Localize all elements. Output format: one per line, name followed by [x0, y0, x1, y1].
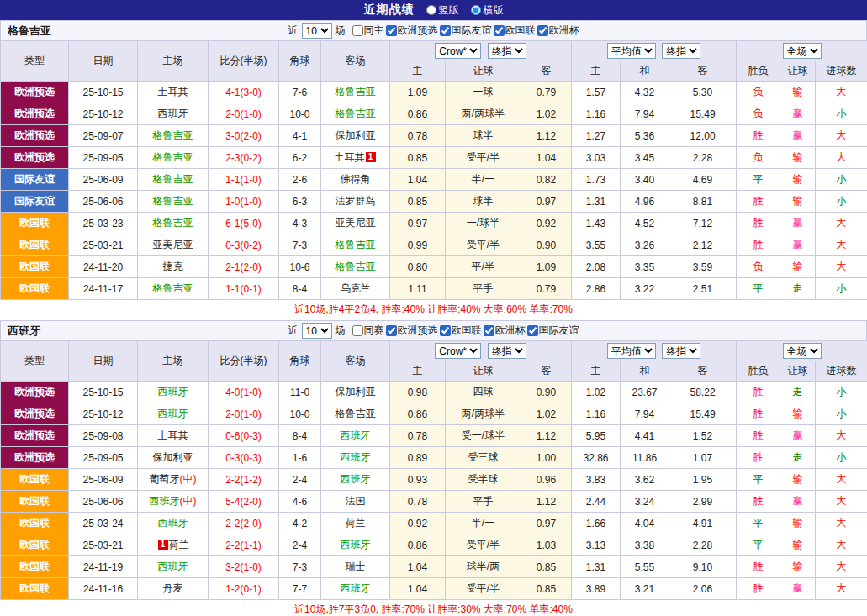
filter-item[interactable]: 国际友谊 — [527, 324, 579, 338]
cell-avg-home: 3.03 — [572, 147, 621, 169]
team-name: 土耳其 — [335, 151, 365, 163]
cell-away-team: 土耳其1 — [321, 147, 390, 169]
cell-date: 25-06-06 — [69, 491, 138, 513]
filter-item[interactable]: 欧洲预选 — [386, 324, 438, 338]
cell-result: 胜 — [737, 191, 780, 213]
cell-handicap-result: 走 — [780, 382, 816, 403]
cell-odds-away: 0.82 — [521, 169, 572, 191]
scope-select[interactable]: 全场 — [783, 43, 822, 59]
cell-odds-home: 1.11 — [390, 278, 446, 300]
team-name: 佛得角 — [341, 173, 371, 185]
avg-time-select[interactable]: 终指 — [662, 343, 700, 359]
vertical-layout-radio[interactable] — [426, 5, 436, 15]
cell-match-type: 欧国联 — [1, 556, 69, 578]
rank-badge: 1 — [366, 152, 376, 162]
filter-item[interactable]: 欧洲杯 — [484, 324, 526, 338]
bookmaker-select[interactable]: Crow* — [435, 43, 481, 59]
team-name: 格鲁吉亚 — [153, 173, 193, 185]
layout-radio-vertical[interactable]: 竖版 — [426, 3, 459, 18]
team-section-georgia: 格鲁吉亚 近 10 场 同主欧洲预选国际友谊欧国联欧洲杯 类型 日期 主场 比分… — [0, 20, 867, 319]
table-row: 欧洲预选25-10-12西班牙2-0(1-0)10-0格鲁吉亚0.86两/两球半… — [1, 403, 867, 425]
match-count-select[interactable]: 10 — [302, 323, 332, 339]
filter-checkbox[interactable] — [484, 325, 494, 336]
filter-item[interactable]: 同主 — [352, 24, 384, 38]
cell-avg-away: 2.28 — [669, 147, 737, 169]
odds-time-select[interactable]: 终指 — [488, 343, 526, 359]
cell-avg-draw: 4.96 — [621, 191, 669, 213]
team-section-spain: 西班牙 近 10 场 同赛欧洲预选欧国联欧洲杯国际友谊 类型 日期 主场 比分(… — [0, 320, 867, 616]
cell-avg-away: 15.49 — [669, 403, 737, 425]
filter-checkbox[interactable] — [440, 25, 451, 36]
cell-avg-draw: 3.40 — [621, 169, 669, 191]
filter-checkbox[interactable] — [386, 25, 397, 36]
cell-goals-result: 小 — [816, 382, 867, 403]
match-count-select[interactable]: 10 — [302, 23, 332, 39]
filter-checkbox[interactable] — [352, 25, 363, 36]
cell-goals-result: 小 — [816, 191, 867, 213]
cell-goals-result: 大 — [816, 125, 867, 147]
team-name: 保加利亚 — [153, 451, 193, 463]
cell-result: 平 — [737, 534, 780, 556]
team-name: 土耳其 — [158, 86, 188, 97]
cell-match-type: 欧洲预选 — [1, 447, 69, 469]
filter-checkbox[interactable] — [527, 325, 538, 336]
filter-item[interactable]: 国际友谊 — [440, 24, 492, 38]
filter-checkbox[interactable] — [386, 325, 397, 336]
horizontal-layout-radio[interactable] — [471, 5, 481, 15]
cell-home-team: 葡萄牙(中) — [138, 469, 209, 491]
cell-avg-away: 5.30 — [669, 82, 737, 103]
filter-checkbox[interactable] — [494, 25, 505, 36]
cell-home-team: 格鲁吉亚 — [138, 125, 209, 147]
cell-handicap-line: 一球 — [446, 82, 521, 103]
col-result: 胜负 — [737, 61, 780, 82]
cell-handicap-line: 一/球半 — [446, 213, 521, 234]
cell-odds-home: 1.04 — [390, 578, 446, 600]
filter-item[interactable]: 欧国联 — [440, 324, 482, 338]
team-name-heading: 格鲁吉亚 — [8, 24, 51, 39]
cell-avg-draw: 23.67 — [621, 382, 669, 403]
team-name: 法国 — [346, 495, 366, 507]
cell-handicap-result: 赢 — [780, 213, 816, 234]
cell-odds-away: 1.02 — [521, 103, 572, 125]
cell-odds-away: 0.79 — [521, 278, 572, 300]
cell-corners: 11-0 — [279, 382, 321, 403]
cell-match-type: 欧国联 — [1, 469, 69, 491]
cell-result: 胜 — [737, 556, 780, 578]
filter-checkbox[interactable] — [352, 325, 363, 336]
cell-date: 25-03-21 — [69, 234, 138, 256]
scope-select[interactable]: 全场 — [783, 343, 822, 359]
cell-avg-draw: 3.45 — [621, 147, 669, 169]
filter-checkbox[interactable] — [537, 25, 548, 36]
filter-item[interactable]: 欧洲预选 — [386, 24, 438, 38]
cell-avg-home: 3.13 — [572, 534, 621, 556]
team-name: 西班牙 — [158, 386, 188, 398]
cell-score: 2-0(1-0) — [209, 103, 279, 125]
cell-handicap-result: 输 — [780, 556, 816, 578]
cell-match-type: 欧洲预选 — [1, 147, 69, 169]
cell-handicap-result: 输 — [780, 169, 816, 191]
topbar: 近期战绩 竖版 横版 — [0, 0, 867, 20]
cell-avg-away: 8.81 — [669, 191, 737, 213]
cell-avg-home: 2.44 — [572, 491, 621, 513]
avg-type-select[interactable]: 平均值 — [607, 343, 656, 359]
avg-type-select[interactable]: 平均值 — [607, 43, 656, 59]
cell-corners: 4-2 — [279, 513, 321, 534]
filter-item[interactable]: 同赛 — [352, 324, 384, 338]
filter-item[interactable]: 欧国联 — [494, 24, 536, 38]
layout-radio-horizontal[interactable]: 横版 — [471, 3, 504, 18]
cell-match-type: 欧国联 — [1, 256, 69, 278]
filter-checkbox[interactable] — [440, 325, 451, 336]
cell-odds-home: 0.92 — [390, 513, 446, 534]
filter-item[interactable]: 欧洲杯 — [537, 24, 579, 38]
cell-date: 25-09-07 — [69, 125, 138, 147]
odds-time-select[interactable]: 终指 — [488, 43, 526, 59]
cell-handicap-line: 受平/半 — [446, 534, 521, 556]
team-name: 西班牙 — [341, 473, 371, 485]
cell-corners: 4-3 — [279, 213, 321, 234]
cell-result: 负 — [737, 256, 780, 278]
neutral-venue-tag: (中) — [180, 495, 197, 507]
bookmaker-select[interactable]: Crow* — [435, 343, 481, 359]
team-name: 格鲁吉亚 — [153, 195, 193, 207]
col-handicap-result: 让球 — [780, 61, 816, 82]
avg-time-select[interactable]: 终指 — [662, 43, 700, 59]
